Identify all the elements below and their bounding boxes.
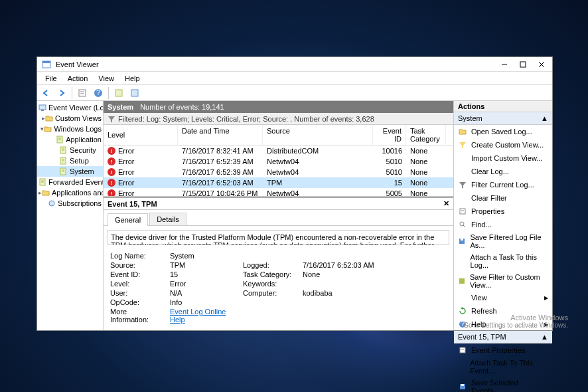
action-clear-filter[interactable]: Clear Filter bbox=[454, 191, 552, 205]
action-attach-a-task-to-this-log-[interactable]: Attach a Task To this Log... bbox=[454, 251, 552, 271]
action-save-filter-to-custom-view-[interactable]: Save Filter to Custom View... bbox=[454, 271, 552, 291]
menu-view[interactable]: View bbox=[93, 73, 119, 84]
titlebar[interactable]: Event Viewer bbox=[37, 57, 552, 72]
menu-help[interactable]: Help bbox=[119, 73, 145, 84]
action-save-selected-events-[interactable]: Save Selected Events... bbox=[454, 377, 552, 392]
svg-rect-13 bbox=[39, 105, 46, 110]
svg-rect-36 bbox=[461, 239, 463, 241]
event-row[interactable]: !Error7/16/2017 8:32:41 AMDistributedCOM… bbox=[104, 146, 453, 156]
find-icon bbox=[458, 220, 467, 229]
action-view[interactable]: View▶ bbox=[454, 291, 552, 304]
action-save-filtered-log-file-as-[interactable]: Save Filtered Log File As... bbox=[454, 231, 552, 251]
event-row[interactable]: !Error7/15/2017 10:04:26 PMNetwtw045005N… bbox=[104, 188, 453, 197]
blank-icon bbox=[458, 362, 466, 371]
svg-rect-6 bbox=[79, 90, 86, 96]
log-icon bbox=[58, 156, 68, 165]
svg-rect-43 bbox=[461, 384, 464, 386]
event-list[interactable]: Level Date and Time Source Event ID Task… bbox=[104, 125, 453, 197]
tree-root[interactable]: Event Viewer (Local) bbox=[37, 102, 103, 113]
action-open-saved-log-[interactable]: Open Saved Log... bbox=[454, 125, 552, 138]
filter-icon bbox=[108, 115, 115, 123]
close-button[interactable] bbox=[532, 58, 551, 71]
error-icon: ! bbox=[108, 147, 115, 155]
svg-line-34 bbox=[463, 225, 465, 227]
sub-icon bbox=[48, 199, 56, 208]
action-clear-log-[interactable]: Clear Log... bbox=[454, 165, 552, 178]
menu-file[interactable]: File bbox=[40, 73, 62, 84]
action-properties[interactable]: Properties bbox=[454, 205, 552, 218]
collapse-icon: ▲ bbox=[541, 114, 548, 122]
window-title: Event Viewer bbox=[54, 60, 495, 68]
tree-item-applications-and-services-logs[interactable]: ▸Applications and Services Logs bbox=[37, 187, 103, 198]
blank-icon bbox=[458, 256, 467, 266]
menu-action[interactable]: Action bbox=[62, 73, 94, 84]
action-create-custom-view-[interactable]: Create Custom View... bbox=[454, 138, 552, 151]
list-header[interactable]: Level Date and Time Source Event ID Task… bbox=[104, 125, 453, 146]
back-button[interactable] bbox=[38, 86, 53, 100]
error-icon: ! bbox=[108, 157, 115, 165]
detail-description[interactable]: The device driver for the Trusted Platfo… bbox=[108, 230, 449, 245]
svg-rect-3 bbox=[520, 62, 526, 67]
maximize-button[interactable] bbox=[514, 58, 532, 71]
filter-row[interactable]: Filtered: Log: System; Levels: Critical,… bbox=[104, 113, 453, 125]
tree-item-system[interactable]: System bbox=[37, 166, 103, 177]
error-icon: ! bbox=[108, 168, 115, 176]
tb-log-button[interactable] bbox=[111, 86, 126, 100]
event-row[interactable]: !Error7/16/2017 6:52:39 AMNetwtw045010No… bbox=[104, 156, 453, 167]
blank-icon bbox=[458, 153, 467, 163]
detail-fields: Log Name:System Source:TPM Logged:7/16/2… bbox=[108, 249, 449, 326]
actions-group-event[interactable]: Event 15, TPM ▲ bbox=[454, 331, 552, 343]
properties-button[interactable] bbox=[75, 86, 90, 100]
svg-rect-14 bbox=[41, 110, 44, 111]
tb-details-button[interactable] bbox=[127, 86, 142, 100]
tree-item-windows-logs[interactable]: ▾Windows Logs bbox=[37, 124, 103, 134]
computer-icon bbox=[38, 103, 46, 112]
action-filter-current-log-[interactable]: Filter Current Log... bbox=[454, 178, 552, 191]
svg-point-30 bbox=[49, 201, 54, 206]
help-button[interactable]: ? bbox=[91, 86, 106, 100]
save-icon bbox=[458, 382, 467, 391]
tree-item-subscriptions[interactable]: Subscriptions bbox=[37, 198, 103, 209]
toolbar: ? bbox=[37, 85, 552, 101]
event-row[interactable]: !Error7/16/2017 6:52:03 AMTPM15None bbox=[104, 177, 453, 188]
online-help-link[interactable]: Event Log Online Help bbox=[170, 308, 236, 324]
log-header: System Number of events: 19,141 bbox=[104, 101, 453, 113]
svg-rect-12 bbox=[131, 90, 138, 96]
action-event-properties[interactable]: Event Properties bbox=[454, 343, 552, 357]
action-attach-task-to-this-event-[interactable]: Attach Task To This Event... bbox=[454, 357, 552, 377]
minimize-button[interactable] bbox=[495, 58, 514, 71]
actions-group-system[interactable]: System ▲ bbox=[454, 112, 552, 125]
svg-rect-1 bbox=[42, 61, 50, 63]
detail-panel: Event 15, TPM ✕ General Details The devi… bbox=[104, 197, 453, 330]
tree-item-security[interactable]: Security bbox=[37, 145, 103, 155]
tree-item-forwarded-events[interactable]: Forwarded Events bbox=[37, 177, 103, 187]
center-panel: System Number of events: 19,141 Filtered… bbox=[104, 101, 454, 330]
collapse-icon: ▲ bbox=[541, 333, 548, 341]
save-icon bbox=[458, 237, 467, 246]
tree-panel[interactable]: Event Viewer (Local) ▸Custom Views▾Windo… bbox=[37, 101, 104, 330]
tree-item-setup[interactable]: Setup bbox=[37, 155, 103, 166]
tab-general[interactable]: General bbox=[108, 213, 148, 226]
svg-rect-11 bbox=[115, 90, 122, 96]
action-import-custom-view-[interactable]: Import Custom View... bbox=[454, 151, 552, 165]
filter-icon bbox=[458, 180, 467, 189]
submenu-arrow-icon: ▶ bbox=[544, 295, 548, 301]
props-icon bbox=[458, 345, 467, 355]
tab-details[interactable]: Details bbox=[149, 213, 186, 225]
detail-header: Event 15, TPM ✕ bbox=[104, 198, 453, 210]
error-icon: ! bbox=[108, 189, 115, 197]
tree-item-custom-views[interactable]: ▸Custom Views bbox=[37, 113, 103, 124]
action-find-[interactable]: Find... bbox=[454, 218, 552, 231]
save-filter-icon bbox=[458, 276, 466, 286]
actions-title: Actions bbox=[454, 101, 552, 112]
log-icon bbox=[38, 177, 46, 187]
blank-icon bbox=[458, 167, 467, 176]
detail-close-button[interactable]: ✕ bbox=[443, 199, 449, 208]
event-row[interactable]: !Error7/16/2017 6:52:39 AMNetwtw045010No… bbox=[104, 167, 453, 177]
forward-button[interactable] bbox=[54, 86, 69, 100]
tree-item-application[interactable]: Application bbox=[37, 134, 103, 145]
detail-tabs: General Details bbox=[104, 210, 453, 226]
svg-rect-40 bbox=[460, 347, 465, 353]
log-icon bbox=[56, 135, 64, 144]
activation-watermark: Activate Windows Go to Settings to activ… bbox=[463, 314, 568, 329]
